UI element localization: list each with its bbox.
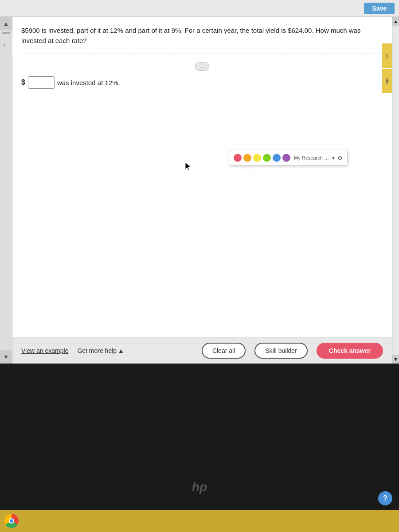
yellow-dot[interactable]	[253, 154, 261, 162]
view-example-button[interactable]: View an example	[21, 347, 68, 354]
get-more-help-button[interactable]: Get more help ▲	[77, 347, 124, 354]
widget-gear-icon[interactable]: ⚙	[337, 155, 343, 161]
red-dot[interactable]	[234, 154, 242, 162]
content-area: ← ▲ ▼ $5900 is invested, part of it at 1…	[0, 17, 399, 364]
skill-builder-button[interactable]: Skill builder	[254, 343, 308, 359]
color-widget: My Research Fo... ▼ ⚙	[229, 150, 348, 166]
bottom-toolbar: View an example Get more help ▲ Clear al…	[12, 337, 392, 364]
check-answer-button[interactable]: Check answer	[317, 343, 383, 359]
right-scroll-down[interactable]: ▼	[392, 355, 399, 364]
right-scrollbar: ▲ ▼	[392, 17, 399, 364]
get-more-help-label: Get more help	[77, 347, 117, 354]
scroll-down-arrow[interactable]: ▼	[0, 350, 12, 364]
mouse-cursor	[185, 162, 192, 171]
get-more-help-arrow: ▲	[118, 347, 124, 354]
green-dot[interactable]	[263, 154, 271, 162]
purple-dot[interactable]	[282, 154, 290, 162]
divider	[21, 54, 383, 54]
widget-dropdown-label: My Research Fo...	[294, 155, 329, 160]
left-nav-arrow[interactable]: ←	[0, 34, 12, 56]
blue-dot[interactable]	[273, 154, 281, 162]
hp-logo: hp	[192, 480, 207, 494]
orange-dot[interactable]	[243, 154, 251, 162]
answer-row: $ was invested at 12%.	[21, 76, 383, 89]
scroll-track	[2, 30, 10, 350]
main-content: $5900 is invested, part of it at 12% and…	[12, 17, 392, 364]
chrome-icon[interactable]	[4, 514, 19, 528]
answer-input[interactable]	[28, 76, 55, 89]
expand-row: ...	[21, 62, 383, 71]
screen: Save ← ▲ ▼ $5900 is invested, part of it…	[0, 0, 399, 364]
expand-button[interactable]: ...	[195, 62, 209, 71]
scroll-up-arrow[interactable]: ▲	[0, 17, 12, 30]
chrome-icon-inner	[9, 518, 14, 524]
taskbar	[0, 510, 399, 532]
sticker-2[interactable]: stic	[382, 69, 392, 93]
top-bar: Save	[0, 0, 399, 17]
right-stickers: sti stic	[382, 43, 392, 94]
help-button[interactable]: ?	[378, 491, 392, 505]
right-scroll-up[interactable]: ▲	[392, 17, 399, 26]
question-text: $5900 is invested, part of it at 12% and…	[21, 26, 383, 46]
dollar-sign: $	[21, 78, 25, 86]
sticker-1[interactable]: sti	[382, 43, 392, 68]
clear-all-button[interactable]: Clear all	[202, 343, 246, 359]
save-button[interactable]: Save	[364, 3, 395, 14]
widget-dropdown-arrow[interactable]: ▼	[331, 156, 336, 160]
answer-label: was invested at 12%.	[57, 79, 120, 86]
left-scrollbar: ▲ ▼	[0, 17, 12, 364]
